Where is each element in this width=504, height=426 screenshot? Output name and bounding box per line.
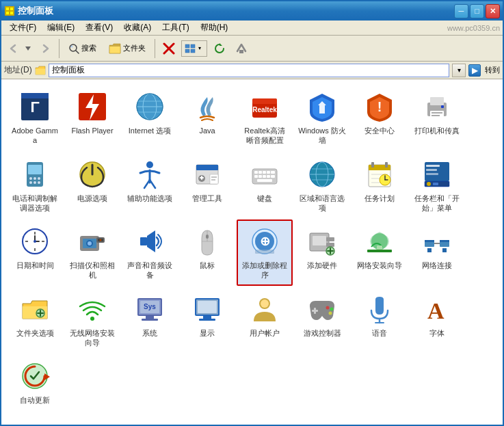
menu-file[interactable]: 文件(F) [4,21,42,35]
icon-add-remove-programs[interactable]: ⊕ 添加或删除程序 [237,219,293,286]
menu-view[interactable]: 查看(V) [80,21,118,35]
icon-network-setup[interactable]: 网络安装向导 [352,219,408,286]
icon-scheduled-tasks[interactable]: 任务计划 [352,152,408,219]
svg-rect-64 [254,175,258,178]
svg-rect-66 [263,175,266,178]
svg-rect-12 [191,44,195,48]
icon-firewall[interactable]: Windows 防火墙 [294,85,350,151]
svg-line-7 [76,51,79,53]
icon-admin-tools[interactable]: 管理工具 [179,152,235,219]
scanner-camera-label: 扫描仪和照相机 [68,261,116,280]
icon-realtek[interactable]: Realtek Realtek高清晰音频配置 [237,85,293,151]
icon-fonts[interactable]: A 字体 [409,287,465,354]
svg-rect-19 [21,93,49,98]
icon-folder-options[interactable]: 文件夹选项 [7,287,63,354]
svg-rect-77 [371,162,374,168]
icon-internet-options[interactable]: Internet 选项 [122,85,178,151]
fonts-label: 字体 [429,328,445,338]
icon-datetime[interactable]: 日期和时间 [7,219,63,286]
address-label: 地址(D) [4,64,32,76]
svg-text:Sys: Sys [144,303,156,310]
menu-favorites[interactable]: 收藏(A) [118,21,157,35]
search-button[interactable]: 搜索 [64,39,101,58]
internet-options-label: Internet 选项 [129,126,171,135]
svg-rect-129 [427,248,432,252]
icon-add-hardware[interactable]: 添加硬件 [294,219,350,286]
keyboard-label: 键盘 [257,194,272,203]
view-icon-grid[interactable] [183,42,197,55]
goto-button[interactable]: ▶ [468,64,481,77]
regional-label: 区域和语言选项 [298,194,346,213]
svg-point-153 [326,306,330,309]
scheduled-tasks-label: 任务计划 [364,194,395,203]
icon-scanner-camera[interactable]: 扫描仪和照相机 [64,219,120,286]
icon-display[interactable]: 显示 [179,287,235,354]
address-dropdown[interactable]: ▾ [452,64,466,77]
back-dropdown[interactable] [23,40,33,57]
svg-point-40 [29,177,32,180]
close-button[interactable]: ✕ [486,4,500,18]
user-accounts-label: 用户帐户 [250,328,280,338]
icon-phone-modem[interactable]: 电话和调制解调器选项 [7,152,63,219]
icon-network-connections[interactable]: 网络连接 [409,219,465,286]
icon-java[interactable]: Java [179,85,235,151]
icon-regional[interactable]: 区域和语言选项 [294,152,350,219]
add-hardware-label: 添加硬件 [307,261,337,270]
icon-sound-audio[interactable]: 声音和音频设备 [122,219,178,286]
svg-rect-30 [252,98,277,104]
icon-mouse[interactable]: 鼠标 [179,219,235,286]
svg-marker-15 [220,43,222,46]
view-dropdown[interactable]: ▾ [198,45,205,51]
icon-game-controllers[interactable]: 游戏控制器 [294,287,350,354]
minimize-button[interactable]: ─ [454,4,468,18]
speech-icon [363,293,396,325]
icon-taskbar-menu[interactable]: 任务栏和「开始」菜单 [409,152,465,219]
flash-player-icon [76,90,109,123]
icon-accessibility[interactable]: 辅助功能选项 [122,152,178,219]
network-connections-label: 网络连接 [422,261,452,270]
icon-user-accounts[interactable]: 用户帐户 [237,287,293,354]
delete-button[interactable] [159,39,178,58]
phone-modem-icon [18,158,51,191]
svg-rect-16 [239,50,243,53]
menu-help[interactable]: 帮助(H) [195,21,234,35]
add-hardware-icon [306,225,339,258]
view-toggle: ▾ [181,40,207,57]
back-button[interactable] [4,39,23,58]
wireless-setup-icon [76,293,109,325]
icon-power-options[interactable]: 电源选项 [64,152,120,219]
refresh-button[interactable] [210,39,229,58]
maximize-button[interactable]: □ [470,4,484,18]
svg-rect-126 [367,250,392,252]
up-button[interactable] [232,39,251,58]
network-setup-icon [363,225,396,258]
icon-keyboard[interactable]: 键盘 [237,152,293,219]
svg-rect-11 [185,44,189,48]
forward-button[interactable] [36,39,55,58]
sound-audio-icon [133,225,166,258]
svg-line-50 [150,180,155,188]
svg-rect-120 [326,243,334,247]
icon-printers[interactable]: 打印机和传真 [409,85,465,151]
icon-wireless-setup[interactable]: 无线网络安装向导 [64,287,120,354]
address-input[interactable] [49,64,449,77]
network-setup-label: 网络安装向导 [357,261,402,270]
menu-tools[interactable]: 工具(T) [157,21,194,35]
menu-edit[interactable]: 编辑(E) [42,21,80,35]
icon-speech[interactable]: 语音 [352,287,408,354]
display-icon [191,293,224,325]
svg-text:A: A [427,298,445,323]
icon-adobe-gamma[interactable]: Γ Adobe Gamma [7,85,63,151]
folders-button[interactable]: 文件夹 [104,39,150,58]
game-controllers-label: 游戏控制器 [304,328,341,338]
icon-system[interactable]: Sys 系统 [122,287,178,354]
icon-auto-update[interactable]: 自动更新 [7,354,63,410]
wireless-setup-label: 无线网络安装向导 [68,328,116,348]
icon-flash-player[interactable]: Flash Player [64,85,120,151]
icon-security-center[interactable]: ! 安全中心 [352,85,408,151]
svg-rect-91 [426,173,438,175]
svg-rect-132 [425,240,434,242]
mouse-icon [191,225,224,258]
scheduled-tasks-icon [363,158,396,191]
printers-icon [421,90,453,123]
